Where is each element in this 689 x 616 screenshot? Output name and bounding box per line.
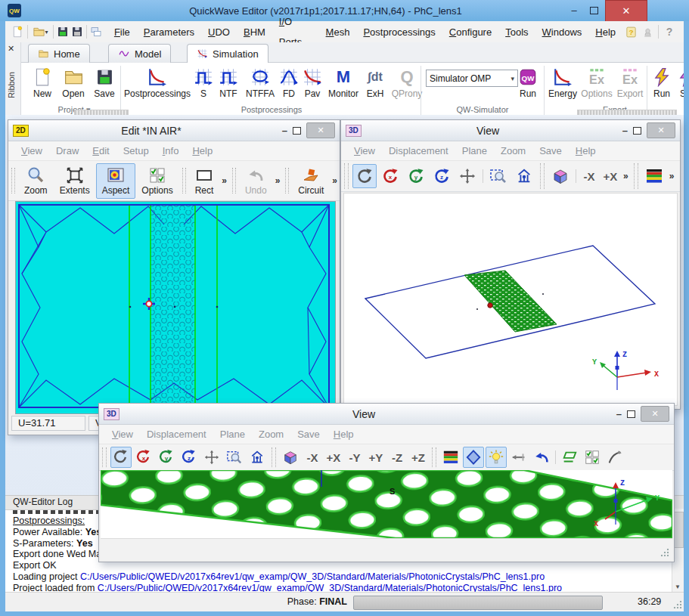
menu-zoom[interactable]: Zoom xyxy=(494,145,532,156)
menu-help[interactable]: Help xyxy=(588,22,622,42)
color-scale-button[interactable] xyxy=(440,447,461,468)
log-scrollbar-thumb[interactable] xyxy=(673,512,684,548)
view-minus-z-button[interactable]: -Z xyxy=(386,451,408,464)
more-tools-icon[interactable]: » xyxy=(330,175,340,186)
ribbon-open-button[interactable]: Open xyxy=(58,65,88,105)
view-plus-x-button[interactable]: +X xyxy=(600,170,621,183)
about-help-icon[interactable]: ? xyxy=(661,23,678,40)
menu-parameters[interactable]: Parameters xyxy=(137,22,201,42)
zoom-button[interactable]: Zoom xyxy=(18,163,54,199)
ribbon-run-simulator-button[interactable]: Run xyxy=(515,65,541,105)
menu-postprocessings[interactable]: Postprocessings xyxy=(356,22,442,42)
menu-udo[interactable]: UDO xyxy=(201,22,237,42)
section-line-button[interactable] xyxy=(508,447,529,468)
menu-save[interactable]: Save xyxy=(532,145,569,156)
menu-setup[interactable]: Setup xyxy=(116,145,156,156)
close-button[interactable]: ✕ xyxy=(306,122,335,138)
rotate-y-button[interactable]: y xyxy=(404,164,428,188)
minimize-button[interactable]: – xyxy=(282,125,287,136)
view-plus-x-button[interactable]: +X xyxy=(323,451,344,464)
toolbar-drag-handle[interactable] xyxy=(285,168,289,193)
ribbon-monitor-button[interactable]: M Monitor xyxy=(325,65,362,105)
toolbar-drag-handle[interactable] xyxy=(182,168,186,193)
ribbon-export-start-button[interactable]: Sta xyxy=(675,65,684,105)
rotate-z-button[interactable]: z xyxy=(430,164,454,188)
reset-view-button[interactable] xyxy=(247,447,268,468)
eraser-button[interactable] xyxy=(559,447,580,468)
rotate-button[interactable] xyxy=(110,447,132,468)
ribbon-ntf-button[interactable]: NTF xyxy=(216,65,241,105)
ribbon-exh-button[interactable]: ∫dt ExH xyxy=(363,65,387,105)
solid-view-button[interactable] xyxy=(463,447,484,468)
save-all-icon[interactable] xyxy=(70,23,84,40)
maximize-button[interactable] xyxy=(293,127,301,135)
more-tools-icon[interactable]: » xyxy=(273,175,283,186)
minimize-button[interactable]: – xyxy=(616,408,622,419)
menu-displacement[interactable]: Displacement xyxy=(140,429,213,440)
maximize-button[interactable] xyxy=(627,410,635,418)
draw-curve-button[interactable] xyxy=(604,447,625,468)
toolbar-drag-handle[interactable] xyxy=(540,163,545,189)
menu-windows[interactable]: Windows xyxy=(535,22,589,42)
maximize-button[interactable] xyxy=(633,127,641,135)
pan-button[interactable] xyxy=(455,164,480,188)
view-3d-title-bar[interactable]: 3D View – ✕ xyxy=(341,120,680,141)
minimize-button[interactable]: – xyxy=(564,0,584,20)
ribbon-energy-button[interactable]: Energy xyxy=(547,65,579,105)
rotate-button[interactable] xyxy=(352,164,377,188)
ribbon-pav-button[interactable]: Pav xyxy=(301,65,324,105)
menu-view[interactable]: View xyxy=(105,429,140,440)
close-button[interactable]: ✕ xyxy=(647,122,675,138)
menu-configure[interactable]: Configure xyxy=(442,22,498,42)
menu-plane[interactable]: Plane xyxy=(213,429,252,440)
resize-grip[interactable] xyxy=(660,548,669,557)
undo-button[interactable]: Undo xyxy=(239,163,273,199)
rotate-x-button[interactable]: x xyxy=(133,447,154,468)
ribbon-ntffa-button[interactable]: NTFFA xyxy=(244,65,277,105)
menu-view[interactable]: View xyxy=(14,145,49,156)
minimize-button[interactable]: – xyxy=(622,125,628,136)
edit-2d-canvas[interactable] xyxy=(15,201,336,414)
view-3d-viewport[interactable]: Z X Y xyxy=(343,193,678,406)
context-help-icon[interactable] xyxy=(639,23,656,40)
menu-view[interactable]: View xyxy=(347,145,382,156)
ribbon-tab-simulation[interactable]: Simulation xyxy=(187,44,268,63)
rotate-x-button[interactable]: x xyxy=(378,164,402,188)
cube-view-button[interactable] xyxy=(280,447,301,468)
menu-info[interactable]: Info xyxy=(156,145,186,156)
menu-help[interactable]: Help xyxy=(327,429,361,440)
maximize-button[interactable] xyxy=(584,0,604,20)
ribbon-export-button[interactable]: Export xyxy=(615,65,645,105)
edit-2d-title-bar[interactable]: 2D Edit *IN AIR* – ✕ xyxy=(8,120,340,141)
toolbar-drag-handle[interactable] xyxy=(11,168,15,193)
toolbar-drag-handle[interactable] xyxy=(432,447,436,467)
cube-view-button[interactable] xyxy=(548,164,573,188)
pan-button[interactable] xyxy=(201,447,222,468)
ribbon-export-options-button[interactable]: Options xyxy=(580,65,613,105)
open-project-icon[interactable]: ▾ xyxy=(29,23,50,40)
zoom-region-button[interactable] xyxy=(486,164,511,188)
ribbon-s-button[interactable]: S xyxy=(194,65,213,105)
toolbar-drag-handle[interactable] xyxy=(634,163,638,189)
menu-plane[interactable]: Plane xyxy=(455,145,494,156)
toolbar-drag-handle[interactable] xyxy=(272,447,276,467)
menu-tools[interactable]: Tools xyxy=(498,22,535,42)
view-plus-y-button[interactable]: +Y xyxy=(365,451,386,464)
ribbon-fd-button[interactable]: FD xyxy=(278,65,299,105)
menu-file[interactable]: File xyxy=(107,22,137,42)
ribbon-postprocessings-button[interactable]: Postprocessings xyxy=(123,65,192,105)
more-tools-icon[interactable]: » xyxy=(667,171,677,181)
new-project-icon[interactable] xyxy=(11,23,25,40)
ribbon-new-button[interactable]: New xyxy=(28,65,57,105)
more-tools-icon[interactable]: » xyxy=(621,171,631,181)
ribbon-tab-model[interactable]: Model xyxy=(108,44,171,63)
toolbar-drag-handle[interactable] xyxy=(344,163,349,189)
toolbar-drag-handle[interactable] xyxy=(232,168,236,193)
rotate-z-button[interactable]: z xyxy=(178,447,200,468)
ribbon-save-button[interactable]: Save xyxy=(90,65,119,105)
ribbon-qprony-button[interactable]: Q QProny xyxy=(389,65,425,105)
close-button[interactable]: ✕ xyxy=(641,406,669,422)
ribbon-export-run-button[interactable]: Run xyxy=(650,65,674,105)
menu-save[interactable]: Save xyxy=(290,429,327,440)
view-3d-title-bar[interactable]: 3D View – ✕ xyxy=(99,404,674,425)
